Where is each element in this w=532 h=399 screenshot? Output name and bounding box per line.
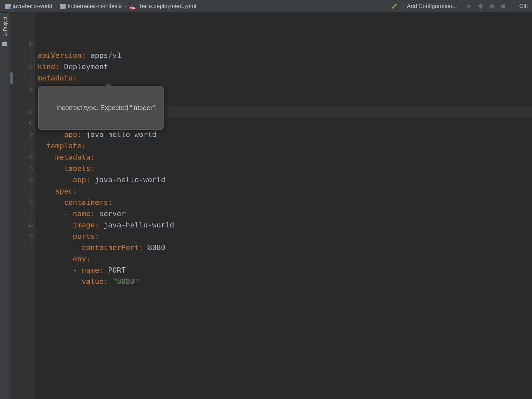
left-tool-strip: 1: Project [0,13,10,399]
svg-line-3 [478,5,479,6]
code-line[interactable]: metadata: [35,72,532,84]
svg-line-4 [482,5,483,6]
fold-marker[interactable] [29,178,33,182]
project-tool-window-tab[interactable]: 1: Project [2,15,8,38]
fold-marker[interactable] [29,200,33,204]
code-line[interactable]: apiVersion: apps/v1 [35,50,532,61]
breadcrumb-project[interactable]: java-hello-world [5,3,52,10]
run-icon[interactable] [466,3,472,10]
yaml-file-icon [129,3,138,9]
code-line[interactable]: labels: [35,163,532,174]
fold-column[interactable] [29,16,33,399]
code-line[interactable]: app: java-hello-world [35,174,532,186]
code-line[interactable]: - name: PORT [35,265,532,276]
error-tooltip-text: Incorrect type. Expected "integer". [56,104,157,111]
fold-marker[interactable] [29,155,33,159]
fold-marker[interactable] [29,65,33,69]
git-label[interactable]: Git: [517,3,528,10]
code-line[interactable]: env: [35,253,532,265]
project-tab-label: 1: Project [2,17,8,36]
breadcrumb-folder[interactable]: kubernetes-manifests [60,3,122,10]
code-line[interactable]: - name: server [35,208,532,219]
breadcrumb-project-label: java-hello-world [13,3,52,10]
code-line[interactable]: - containerPort: 8080 [35,242,532,253]
code-line[interactable]: app: java-hello-world [35,129,532,140]
breadcrumb-folder-label: kubernetes-manifests [68,3,122,10]
folder-icon [60,4,66,9]
fold-marker[interactable] [29,110,33,114]
editor[interactable]: apiVersion: apps/v1kind: Deploymentmetad… [10,13,532,399]
code-line[interactable]: containers: [35,197,532,208]
fold-marker[interactable] [29,223,33,227]
svg-line-5 [478,7,479,7]
breadcrumb-separator: › [54,3,58,10]
code-line[interactable]: metadata: [35,152,532,163]
svg-rect-7 [501,4,505,8]
svg-line-6 [482,7,483,7]
fold-marker[interactable] [29,42,33,46]
fold-marker[interactable] [29,166,33,171]
error-stripe[interactable] [10,72,13,84]
project-strip-folder-icon[interactable] [2,42,7,46]
code-line[interactable]: template: [35,140,532,152]
code-line[interactable]: spec: [35,186,532,197]
fold-marker[interactable] [29,87,33,91]
code-line[interactable]: kind: Deployment [35,61,532,72]
error-tooltip: Incorrect type. Expected "integer". [38,86,164,130]
code-line[interactable]: image: java-hello-world [35,219,532,231]
fold-marker[interactable] [29,234,33,238]
toolbar-right: Add Configuration... | Git: [391,2,532,11]
debug-icon[interactable] [477,3,484,10]
coverage-icon[interactable] [488,3,495,10]
build-icon[interactable] [391,3,398,10]
run-configuration-button[interactable]: Add Configuration... [403,2,461,11]
breadcrumb-file[interactable]: hello.deployment.yaml [129,3,196,10]
code-area[interactable]: apiVersion: apps/v1kind: Deploymentmetad… [35,13,532,399]
breadcrumbs[interactable]: java-hello-world › kubernetes-manifests … [0,3,391,10]
fold-marker[interactable] [29,132,33,137]
breadcrumb-file-label: hello.deployment.yaml [140,3,196,10]
project-folder-icon [5,4,11,9]
svg-point-0 [479,5,482,8]
top-toolbar: java-hello-world › kubernetes-manifests … [0,0,532,13]
stop-icon[interactable] [500,3,506,10]
fold-marker[interactable] [29,121,33,125]
breadcrumb-separator: › [124,3,127,10]
code-line[interactable]: value: "8080" [35,276,532,287]
gutter[interactable] [10,13,35,399]
code-line[interactable]: ports: [35,231,532,242]
